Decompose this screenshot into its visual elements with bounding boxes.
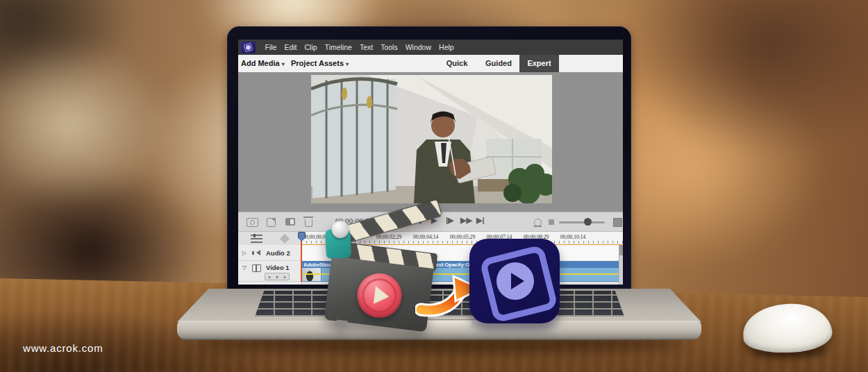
timeline-ruler-header bbox=[238, 232, 302, 246]
rotate-icon[interactable] bbox=[267, 218, 276, 227]
top-toolbar: Add Media ▾ Project Assets ▾ Quick Guide… bbox=[238, 55, 623, 73]
mute-icon[interactable] bbox=[549, 219, 554, 225]
premiere-elements-app-icon bbox=[241, 42, 256, 53]
chevron-down-icon: ▾ bbox=[282, 61, 285, 67]
logo-play-triangle-icon bbox=[511, 273, 524, 289]
video-track-icon bbox=[252, 264, 261, 272]
stepper-right-icon[interactable]: ▸ bbox=[284, 274, 286, 279]
watermark-text: www.acrok.com bbox=[23, 342, 103, 354]
track-size-stepper[interactable]: ◂ ● ▸ bbox=[265, 273, 290, 280]
video1-track-label: Video 1 bbox=[266, 264, 290, 271]
menu-help[interactable]: Help bbox=[435, 43, 458, 51]
menu-timeline[interactable]: Timeline bbox=[321, 43, 356, 51]
menu-window[interactable]: Window bbox=[401, 43, 435, 51]
menu-clip[interactable]: Clip bbox=[301, 43, 321, 51]
audio2-track-label: Audio 2 bbox=[266, 249, 290, 257]
preview-monitor-panel bbox=[238, 72, 623, 212]
audio2-track-header: ▷ Audio 2 bbox=[238, 245, 301, 261]
video-preview[interactable] bbox=[311, 75, 552, 203]
video-frame-content bbox=[311, 75, 552, 203]
premiere-elements-logo bbox=[469, 239, 560, 323]
scrollbar-thumb[interactable] bbox=[619, 245, 623, 255]
timeline-scrollbar[interactable] bbox=[619, 245, 623, 285]
play-triangle-icon bbox=[374, 286, 390, 305]
menu-file[interactable]: File bbox=[261, 43, 281, 51]
properties-icon[interactable] bbox=[285, 218, 295, 226]
tab-expert[interactable]: Expert bbox=[519, 55, 559, 72]
menu-bar: File Edit Clip Timeline Text Tools Windo… bbox=[238, 40, 623, 55]
audio-mix-icon[interactable] bbox=[280, 234, 290, 244]
menu-edit[interactable]: Edit bbox=[281, 43, 301, 51]
shuttle-forward-button[interactable]: ▶▶ bbox=[460, 216, 472, 225]
clip-thumbnail bbox=[302, 268, 322, 281]
delete-icon[interactable] bbox=[305, 219, 312, 227]
stepper-left-icon[interactable]: ◂ bbox=[268, 274, 270, 279]
freeze-frame-icon[interactable] bbox=[247, 218, 258, 227]
project-assets-button[interactable]: Project Assets ▾ bbox=[291, 59, 349, 67]
tab-quick[interactable]: Quick bbox=[441, 59, 473, 67]
scene: File Edit Clip Timeline Text Tools Windo… bbox=[0, 0, 868, 372]
stepper-dot-icon[interactable]: ● bbox=[276, 275, 278, 279]
track-header-column: ▷ Audio 2 ▽ Video 1 ◂ ● ▸ bbox=[238, 245, 302, 285]
expand-track-icon[interactable]: ▷ bbox=[242, 250, 247, 256]
speaker-icon[interactable] bbox=[253, 250, 260, 255]
ruler-label: 00;00;10;14 bbox=[560, 234, 585, 240]
go-to-end-button[interactable]: ▶| bbox=[476, 216, 485, 225]
logo-play-circle bbox=[496, 262, 534, 300]
collapse-track-icon[interactable]: ▽ bbox=[242, 264, 247, 271]
audio-level-icon[interactable] bbox=[534, 219, 542, 226]
tab-guided[interactable]: Guided bbox=[481, 59, 516, 67]
volume-slider-track[interactable] bbox=[559, 221, 605, 223]
ruler-label: 00;00;05;29 bbox=[450, 234, 475, 240]
track-settings-icon[interactable] bbox=[251, 235, 262, 243]
fullscreen-icon[interactable] bbox=[613, 218, 622, 227]
menu-text[interactable]: Text bbox=[356, 43, 376, 51]
chevron-down-icon: ▾ bbox=[346, 61, 349, 67]
video1-track-header: ▽ Video 1 ◂ ● ▸ bbox=[238, 260, 301, 282]
clapper-foot bbox=[334, 320, 348, 328]
volume-slider-knob[interactable] bbox=[584, 218, 592, 226]
menu-tools[interactable]: Tools bbox=[377, 43, 402, 51]
add-media-button[interactable]: Add Media ▾ bbox=[241, 59, 285, 67]
